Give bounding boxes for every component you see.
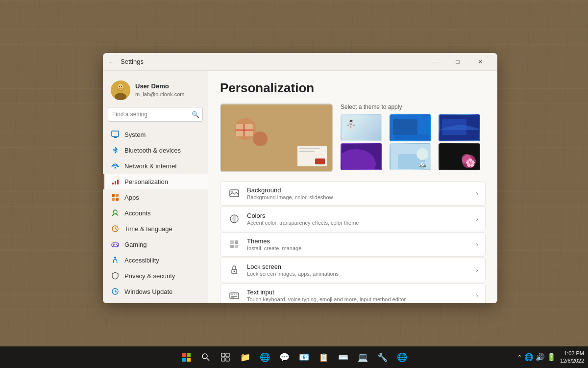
svg-rect-36 xyxy=(394,134,431,140)
settings-item-background[interactable]: Background Background image, color, slid… xyxy=(220,181,486,206)
sidebar-item-accounts[interactable]: Accounts xyxy=(103,205,208,221)
sidebar-item-gaming[interactable]: Gaming xyxy=(103,237,208,252)
settings-text-2: Themes Install, create, manage xyxy=(247,237,470,251)
network-icon[interactable]: 🌐 xyxy=(524,353,534,362)
app-icon-6[interactable]: 🔧 xyxy=(373,348,391,366)
theme-thumb-1[interactable] xyxy=(341,114,382,141)
app-icon-5[interactable]: 💻 xyxy=(354,348,371,366)
settings-item-lock-screen[interactable]: Lock screen Lock screen images, apps, an… xyxy=(220,258,486,282)
svg-point-24 xyxy=(117,245,118,246)
nav-label-5: Accounts xyxy=(124,210,150,217)
preview-line-1 xyxy=(299,148,320,149)
settings-item-themes[interactable]: Themes Install, create, manage › xyxy=(220,232,486,257)
app-icon-1[interactable]: 💬 xyxy=(275,348,293,366)
svg-point-5 xyxy=(121,86,122,87)
volume-icon[interactable]: 🔊 xyxy=(536,353,545,362)
settings-list: Background Background image, color, slid… xyxy=(220,181,486,303)
svg-rect-68 xyxy=(221,353,225,357)
svg-rect-51 xyxy=(235,240,238,244)
sidebar-item-windows-update[interactable]: Windows Update xyxy=(103,284,208,299)
sidebar: User Demo m_lab@outlook.com 🔍 System Blu… xyxy=(103,71,208,303)
start-button[interactable] xyxy=(177,348,195,366)
settings-icon-4 xyxy=(227,289,241,302)
settings-text-3: Lock screen Lock screen images, apps, an… xyxy=(247,263,470,277)
theme-thumb-3[interactable] xyxy=(439,114,480,141)
theme-thumb-4[interactable] xyxy=(341,143,382,170)
close-button[interactable]: ✕ xyxy=(469,53,491,71)
sidebar-item-bluetooth---devices[interactable]: Bluetooth & devices xyxy=(103,142,208,158)
app-icon-3[interactable]: 📋 xyxy=(315,348,332,366)
svg-rect-6 xyxy=(112,131,119,136)
settings-item-text-input[interactable]: Text input Touch keyboard, voice typing,… xyxy=(220,283,486,303)
nav-icon-1 xyxy=(111,146,120,155)
svg-rect-52 xyxy=(230,245,234,248)
sidebar-item-network---internet[interactable]: Network & internet xyxy=(103,158,208,174)
nav-label-6: Time & language xyxy=(124,225,172,233)
search-box: 🔍 xyxy=(108,107,203,122)
nav-label-0: System xyxy=(124,131,146,138)
svg-point-43 xyxy=(416,148,428,160)
titlebar: ← Settings — □ ✕ xyxy=(103,53,497,71)
search-taskbar-button[interactable] xyxy=(197,348,215,366)
theme-thumb-5[interactable] xyxy=(390,143,431,170)
chevron-up-icon[interactable]: ⌃ xyxy=(517,354,522,361)
settings-window: ← Settings — □ ✕ xyxy=(103,53,497,303)
settings-desc-1: Accent color, transparency effects, colo… xyxy=(247,220,470,226)
theme-thumb-6[interactable] xyxy=(439,143,480,170)
svg-point-8 xyxy=(115,167,116,169)
settings-icon-3 xyxy=(227,263,241,277)
sidebar-item-privacy---security[interactable]: Privacy & security xyxy=(103,268,208,284)
nav-icon-5 xyxy=(111,209,120,217)
settings-icon-1 xyxy=(227,212,241,226)
svg-point-46 xyxy=(462,154,471,164)
svg-rect-50 xyxy=(230,240,234,244)
nav-icon-7 xyxy=(111,240,120,249)
nav-label-4: Apps xyxy=(124,194,139,201)
nav-label-1: Bluetooth & devices xyxy=(124,147,181,154)
nav-icon-6 xyxy=(111,224,120,233)
sidebar-item-apps[interactable]: Apps xyxy=(103,189,208,205)
task-view-button[interactable] xyxy=(217,348,234,366)
user-section: User Demo m_lab@outlook.com xyxy=(103,77,208,107)
nav-icon-8 xyxy=(111,256,120,264)
settings-item-colors[interactable]: Colors Accent color, transparency effect… xyxy=(220,207,486,231)
settings-title-4: Text input xyxy=(247,289,470,296)
sidebar-item-accessibility[interactable]: Accessibility xyxy=(103,252,208,268)
settings-text-0: Background Background image, color, slid… xyxy=(247,186,470,200)
battery-icon[interactable]: 🔋 xyxy=(547,353,556,362)
app-icon-4[interactable]: ⌨️ xyxy=(334,348,352,366)
svg-rect-64 xyxy=(182,358,186,362)
svg-rect-69 xyxy=(226,353,229,357)
sidebar-item-time---language[interactable]: Time & language xyxy=(103,221,208,237)
user-email: m_lab@outlook.com xyxy=(135,91,184,98)
svg-rect-9 xyxy=(112,183,114,184)
clock-date: 12/6/2022 xyxy=(560,357,584,365)
app-icon-2[interactable]: 📧 xyxy=(295,348,313,366)
nav-label-3: Personalization xyxy=(124,178,168,185)
file-explorer-button[interactable]: 📁 xyxy=(236,348,254,366)
app-icon-7[interactable]: 🌐 xyxy=(393,348,411,366)
sidebar-item-system[interactable]: System xyxy=(103,127,208,142)
svg-point-16 xyxy=(113,210,117,214)
search-input[interactable] xyxy=(108,107,203,122)
taskbar: 📁 🌐 💬 📧 📋 ⌨️ 💻 🔧 🌐 ⌃ 🌐 🔊 🔋 1:02 PM 12/6/… xyxy=(0,346,588,368)
nav-label-2: Network & internet xyxy=(124,162,177,170)
chevron-icon-4: › xyxy=(476,291,478,299)
back-button[interactable]: ← xyxy=(109,58,116,66)
edge-button[interactable]: 🌐 xyxy=(256,348,273,366)
settings-title-0: Background xyxy=(247,186,470,194)
nav-label-7: Gaming xyxy=(124,241,147,248)
minimize-button[interactable]: — xyxy=(424,53,446,71)
user-name: User Demo xyxy=(135,82,184,91)
sidebar-item-personalization[interactable]: Personalization xyxy=(103,174,208,189)
svg-point-25 xyxy=(114,257,116,259)
preview-screen xyxy=(297,146,327,166)
theme-thumb-2[interactable] xyxy=(390,114,431,141)
svg-rect-10 xyxy=(115,181,116,184)
settings-desc-2: Install, create, manage xyxy=(247,245,470,251)
nav-label-10: Windows Update xyxy=(124,288,172,295)
maximize-button[interactable]: □ xyxy=(446,53,469,71)
taskbar-clock[interactable]: 1:02 PM 12/6/2022 xyxy=(560,350,584,365)
nav-icon-2 xyxy=(111,161,120,170)
preview-dot xyxy=(315,158,325,164)
